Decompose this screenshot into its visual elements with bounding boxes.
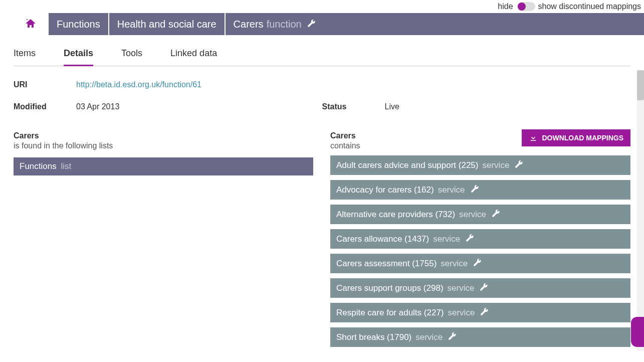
wrench-icon[interactable]: [465, 233, 474, 245]
service-item[interactable]: Carers allowance (1437)service: [330, 229, 630, 249]
download-label: DOWNLOAD MAPPINGS: [542, 134, 623, 142]
breadcrumb-health-social-care[interactable]: Health and social care: [108, 13, 225, 35]
service-item-suffix: service: [441, 259, 468, 269]
breadcrumb: Functions Health and social care Carers …: [14, 13, 644, 35]
breadcrumb-carers: Carers function: [225, 13, 324, 35]
service-item-label: Respite care for adults (227): [336, 308, 444, 318]
breadcrumb-label: Functions: [57, 19, 100, 30]
toggle-hide-label: hide: [498, 2, 513, 11]
scrollbar-thumb[interactable]: [637, 70, 644, 100]
breadcrumb-label: Carers: [234, 19, 264, 30]
service-item[interactable]: Adult carers advice and support (225)ser…: [330, 155, 630, 175]
service-item-suffix: service: [448, 308, 475, 318]
left-sub: is found in the following lists: [14, 141, 313, 150]
feedback-widget[interactable]: [631, 317, 644, 347]
found-in-lists: Carers is found in the following lists F…: [14, 131, 313, 175]
home-icon: [25, 18, 37, 30]
tab-tools[interactable]: Tools: [121, 44, 142, 66]
wrench-icon[interactable]: [448, 331, 457, 343]
service-item-suffix: service: [483, 160, 510, 170]
service-item-label: Carers allowance (1437): [336, 234, 429, 244]
wrench-icon[interactable]: [491, 209, 500, 220]
details-grid: URI http://beta.id.esd.org.uk/function/6…: [14, 80, 630, 111]
service-item-label: Carers support groups (298): [336, 283, 444, 293]
wrench-icon[interactable]: [473, 258, 482, 269]
list-item-suffix: list: [61, 161, 71, 171]
discontinued-toggle[interactable]: [517, 2, 535, 11]
service-item-label: Advocacy for carers (162): [336, 185, 434, 195]
download-mappings-button[interactable]: DOWNLOAD MAPPINGS: [522, 129, 630, 146]
wrench-icon[interactable]: [307, 19, 316, 30]
service-item-suffix: service: [415, 332, 443, 342]
service-item[interactable]: Carers assessment (1755)service: [330, 254, 630, 273]
relations: Carers is found in the following lists F…: [14, 131, 630, 347]
breadcrumb-type: function: [267, 19, 302, 30]
wrench-icon[interactable]: [470, 184, 479, 196]
service-item-label: Carers assessment (1755): [336, 259, 437, 269]
list-item-functions[interactable]: Functions list: [14, 157, 313, 175]
tab-details[interactable]: Details: [64, 44, 93, 66]
left-heading: Carers: [14, 131, 313, 140]
breadcrumb-label: Health and social care: [117, 19, 217, 30]
service-item[interactable]: Respite care for adults (227)service: [330, 303, 630, 322]
toggle-knob: [518, 3, 526, 11]
service-item[interactable]: Short breaks (1790)service: [330, 327, 630, 347]
service-item[interactable]: Alternative care providers (732)service: [330, 205, 630, 224]
service-item-label: Alternative care providers (732): [336, 210, 455, 220]
discontinued-toggle-row: hide show discontinued mappings: [0, 0, 644, 13]
toggle-show-label: show discontinued mappings: [538, 2, 641, 11]
service-item-suffix: service: [433, 234, 460, 244]
uri-label: URI: [14, 80, 76, 89]
service-item-suffix: service: [459, 210, 486, 220]
breadcrumb-functions[interactable]: Functions: [48, 13, 108, 35]
scrollbar[interactable]: [637, 70, 644, 347]
download-icon: [529, 133, 538, 142]
list-item-label: Functions: [20, 161, 57, 171]
status-value: Live: [385, 102, 631, 111]
modified-label: Modified: [14, 102, 76, 111]
status-label: Status: [322, 102, 385, 111]
uri-link[interactable]: http://beta.id.esd.org.uk/function/61: [76, 80, 201, 89]
wrench-icon[interactable]: [479, 282, 488, 294]
contains-services: DOWNLOAD MAPPINGS Carers contains Adult …: [330, 131, 630, 347]
wrench-icon[interactable]: [480, 307, 489, 318]
modified-value: 03 Apr 2013: [76, 102, 322, 111]
service-item-suffix: service: [448, 283, 475, 293]
service-item-label: Adult carers advice and support (225): [336, 160, 479, 170]
service-item[interactable]: Carers support groups (298)service: [330, 278, 630, 298]
service-item[interactable]: Advocacy for carers (162)service: [330, 180, 630, 200]
subtabs: Items Details Tools Linked data: [14, 44, 630, 66]
service-item-label: Short breaks (1790): [336, 332, 411, 342]
wrench-icon[interactable]: [514, 159, 523, 171]
tab-items[interactable]: Items: [14, 44, 36, 66]
tab-linked-data[interactable]: Linked data: [170, 44, 217, 66]
home-button[interactable]: [14, 13, 48, 35]
service-item-suffix: service: [438, 185, 465, 195]
